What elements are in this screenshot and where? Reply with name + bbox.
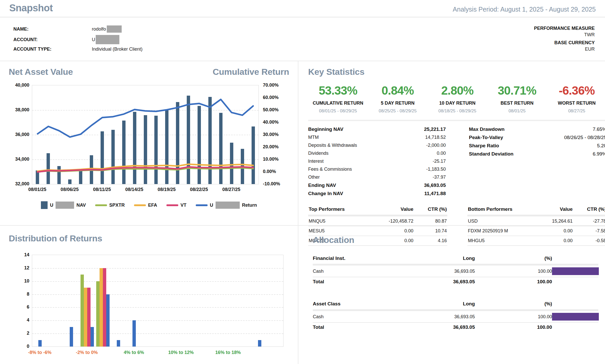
distribution-x-tick: 4% to 6% (124, 350, 144, 355)
nav-x-axis-tick: 08/22/25 (190, 187, 208, 192)
histogram-bar-return_blue (91, 327, 94, 347)
allocation-pct-value: 100.00 (475, 269, 552, 274)
histogram-bar-vt (103, 268, 106, 347)
nav-bar (111, 130, 115, 184)
nav-row-value: -25.17 (433, 159, 446, 164)
nav-row-label: MTM (308, 135, 319, 140)
distribution-y-tick: 2 (27, 331, 29, 336)
legend-item: SPXTR (95, 203, 125, 208)
risk-metrics-table: Max Drawdown7.65%Peak-To-Valley08/26/25 … (469, 125, 605, 198)
distribution-y-tick: 10 (24, 278, 29, 284)
legend-item: UNAV (41, 201, 86, 209)
histogram-bar-spxtr (96, 281, 100, 347)
nav-row-label: Deposits & Withdrawals (308, 143, 357, 148)
long-column-header: Long (390, 256, 475, 261)
nav-right-axis: 70.00%60.00%50.00%40.00%30.00%20.00%10.0… (259, 85, 289, 184)
allocation-pct-value: 100.00 (475, 314, 552, 320)
stat-date-range: 08/01/25 - 08/29/25 (308, 108, 368, 114)
nav-bar (241, 149, 244, 184)
nav-table-row: Interest-25.17 (308, 157, 446, 165)
nav-row-value: 0.00 (437, 151, 446, 156)
nav-table-row: Deposits & Withdrawals-2,000.00 (308, 141, 446, 149)
legend-item: UReturn (196, 202, 257, 209)
nav-bar (176, 102, 179, 184)
risk-row-label: Max Drawdown (469, 126, 504, 132)
performer-row: MNQU5-120,458.7280.87 (308, 216, 447, 226)
distribution-y-tick: 14 (24, 252, 29, 258)
nav-x-axis-tick: 08/14/25 (125, 187, 143, 192)
key-statistics-section: Key Statistics 53.33%CUMULATIVE RETURN08… (298, 61, 605, 226)
performers-header: Top Performers (309, 206, 367, 212)
histogram-bar-spxtr (81, 275, 84, 347)
distribution-x-tick: -2% to 0% (76, 350, 98, 355)
allocation-long-value: 36,693.05 (390, 314, 475, 320)
legend-label-prefix: U (50, 203, 53, 208)
nav-right-axis-tick: 0.00% (263, 169, 276, 174)
risk-row-label: Peak-To-Valley (469, 135, 503, 140)
nav-right-axis-tick: 50.00% (263, 107, 279, 113)
report-header: Snapshot Analysis Period: August 1, 2025… (0, 0, 605, 17)
nav-bar (187, 96, 190, 184)
analysis-period: Analysis Period: August 1, 2025 - August… (453, 6, 596, 14)
nav-bar (198, 106, 201, 184)
allocation-bar-zone (552, 267, 599, 275)
nav-row-value: 14,718.52 (425, 135, 446, 140)
allocation-bar (552, 267, 599, 275)
pct-column-header: (%) (475, 301, 552, 307)
nav-bar (36, 170, 39, 184)
gridline (32, 268, 283, 269)
account-info-row: NAME:rodolfo (13, 25, 143, 33)
instrument-symbol: FDXM 20250919 M (468, 228, 526, 234)
nav-summary-table: Beginning NAV25,221.17MTM14,718.52Deposi… (308, 125, 446, 198)
nav-row-value: 25,221.17 (424, 126, 446, 132)
distribution-y-tick: 12 (24, 265, 29, 270)
legend-item: VT (166, 203, 186, 208)
histogram-bar-efa (100, 268, 103, 347)
redaction-box (107, 25, 122, 33)
legend-label: NAV (76, 203, 86, 208)
allocation-bar-zone (552, 313, 599, 321)
nav-table-row: Other-37.97 (308, 173, 446, 181)
nav-right-axis-tick: 20.00% (263, 144, 279, 150)
nav-row-value: 36,693.05 (424, 183, 446, 188)
allocation-header-row: Financial Inst.Long(%) (313, 254, 598, 264)
distribution-y-tick: 8 (27, 291, 29, 297)
gridline (32, 307, 283, 308)
distribution-y-tick: 0 (27, 344, 29, 349)
allocation-total-row: Total36,693.05100.00 (313, 277, 598, 286)
instrument-ctr: 4.16 (413, 238, 447, 243)
page-title: Snapshot (9, 3, 53, 14)
risk-row-value: 6.99% (593, 151, 605, 157)
distribution-y-tick: 4 (27, 317, 29, 323)
nav-left-axis-tick: 40,000 (15, 83, 29, 88)
risk-table-row: Max Drawdown7.65% (469, 125, 605, 133)
total-label: Total (313, 279, 390, 285)
nav-x-axis-tick: 08/11/25 (93, 187, 111, 192)
nav-table-row: Dividends0.00 (308, 149, 446, 157)
performers-header-row: Top PerformersValueCTR (%) (308, 204, 447, 215)
nav-bar (144, 115, 147, 184)
nav-row-label: Fees & Commissions (308, 167, 352, 172)
snapshot-report-page: Snapshot Analysis Period: August 1, 2025… (0, 0, 605, 364)
histogram-bar-vt (87, 288, 91, 347)
legend-swatch-nav_bar (41, 201, 48, 209)
account-info-label: ACCOUNT: (13, 37, 92, 42)
distribution-y-axis: 14121086420 (9, 255, 32, 346)
instrument-symbol: MNQU5 (309, 219, 367, 224)
nav-x-axis: 08/01/2508/06/2508/11/2508/14/2508/19/25… (32, 184, 258, 194)
nav-bar (68, 179, 72, 184)
instrument-value: 0.00 (367, 238, 413, 243)
account-info-label: ACCOUNT TYPE: (13, 47, 92, 52)
nav-x-axis-tick: 08/06/25 (61, 187, 79, 192)
stat-value: 30.71% (487, 84, 547, 97)
risk-table-row: Standard Deviation6.99% (469, 150, 605, 158)
distribution-plot-area (32, 255, 283, 347)
histogram-bar-return_blue (70, 327, 73, 347)
distribution-x-tick: -8% to -6% (28, 350, 51, 355)
setting-value: TWR (534, 32, 595, 38)
legend-label: VT (181, 203, 186, 208)
setting-label: PERFORMANCE MEASURE (534, 26, 595, 31)
stat-date-range: 08/18/25 - 08/29/25 (428, 108, 487, 114)
allocation-name: Cash (313, 269, 390, 274)
performers-header: Bottom Performers (468, 206, 526, 212)
